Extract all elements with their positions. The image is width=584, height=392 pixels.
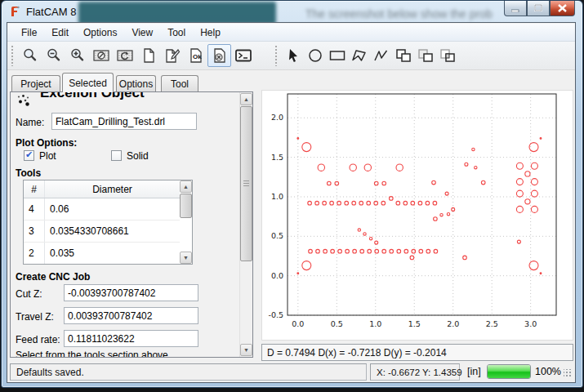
shape-subtract-button[interactable] <box>414 44 436 67</box>
drill-hole <box>350 164 356 171</box>
clear-plot-button[interactable] <box>89 44 113 67</box>
drill-hole <box>330 201 334 205</box>
tab-tool[interactable]: Tool <box>161 75 198 91</box>
plot-checkbox[interactable] <box>24 150 34 161</box>
travel-z-input[interactable] <box>64 307 198 324</box>
toolbar-grip-2[interactable] <box>274 45 278 66</box>
menu-bar: File Edit Options View Tool Help <box>7 24 575 42</box>
plot-panel[interactable]: 0.00.51.01.52.02.53.0-0.50.00.51.01.52.0 <box>261 90 573 341</box>
cnc-job-heading: Create CNC Job <box>16 271 90 283</box>
shape-intersect-button[interactable] <box>436 44 458 67</box>
drill-hole <box>316 249 320 253</box>
drill-hole <box>309 249 313 253</box>
menu-view[interactable]: View <box>124 24 160 41</box>
x-tick-label: 1.0 <box>369 319 381 328</box>
draw-polygon-button[interactable] <box>348 44 370 67</box>
drill-hole <box>517 240 520 243</box>
zoom-fit-button[interactable] <box>18 44 42 67</box>
panel-scroll-thumb[interactable] <box>240 106 252 261</box>
table-row[interactable]: 2 0.035 <box>24 243 180 265</box>
tab-project[interactable]: Project <box>11 75 60 91</box>
zoom-in-button[interactable] <box>65 44 89 67</box>
drill-hole <box>529 261 538 270</box>
distance-readout: D = 0.7494 D(x) = -0.7218 D(y) = -0.2014 <box>261 344 573 361</box>
y-tick-label: 1.5 <box>271 153 283 162</box>
drill-hole <box>463 256 467 260</box>
svg-text:Ok: Ok <box>193 53 202 60</box>
minimize-button[interactable] <box>504 1 527 16</box>
titlebar: FlatCAM 8 <box>8 5 76 18</box>
drill-hole <box>360 249 364 253</box>
close-button[interactable] <box>550 1 575 16</box>
menu-file[interactable]: File <box>14 24 44 41</box>
shell-button[interactable] <box>231 44 255 67</box>
drill-hole <box>531 206 537 212</box>
window-buttons <box>504 1 575 16</box>
drill-hole <box>411 201 415 205</box>
drill-hole <box>382 181 386 185</box>
draw-polyline-button[interactable] <box>370 44 392 67</box>
distance-readout-text: D = 0.7494 D(x) = -0.7218 D(y) = -0.2014 <box>267 347 447 359</box>
menu-help[interactable]: Help <box>193 24 228 41</box>
table-scroll-down[interactable]: ▼ <box>180 252 192 264</box>
tab-options[interactable]: Options <box>116 75 156 91</box>
tool-diameter: 0.0354330708661 <box>45 220 180 242</box>
new-file-icon <box>140 47 157 64</box>
drill-hole <box>323 249 328 253</box>
panel-scroll-up[interactable]: ▲ <box>240 93 252 105</box>
menu-options[interactable]: Options <box>76 24 124 41</box>
maximize-button[interactable] <box>527 1 550 16</box>
zoom-out-button[interactable] <box>42 44 65 67</box>
solid-checkbox-label: Solid <box>127 150 149 162</box>
panel-scrollbar[interactable]: ▲ ▼ <box>239 92 252 357</box>
solid-checkbox[interactable] <box>111 150 122 161</box>
name-label: Name: <box>16 117 44 128</box>
drill-hole <box>426 201 430 205</box>
shape-union-button[interactable] <box>392 44 414 67</box>
polygon-shape-icon <box>350 47 368 64</box>
intersect-shapes-icon <box>439 47 457 64</box>
menu-edit[interactable]: Edit <box>44 24 76 41</box>
table-row[interactable]: 3 0.0354330708661 <box>24 220 180 243</box>
draw-rectangle-button[interactable] <box>326 44 348 67</box>
select-pointer-button[interactable] <box>282 44 304 67</box>
x-tick-label: 0.5 <box>331 319 343 328</box>
drill-hole <box>369 238 372 240</box>
column-header-diameter[interactable]: Diameter <box>45 180 180 198</box>
drill-hole <box>359 201 363 205</box>
open-project-button[interactable] <box>160 44 184 67</box>
table-row[interactable]: 4 0.06 <box>24 198 180 220</box>
name-input[interactable] <box>51 113 197 130</box>
table-scroll-thumb[interactable] <box>180 194 192 218</box>
replot-button[interactable] <box>113 44 136 67</box>
travel-z-label: Travel Z: <box>16 311 54 323</box>
new-project-button[interactable] <box>136 44 160 67</box>
feed-rate-input[interactable] <box>64 330 198 347</box>
resize-grip[interactable] <box>564 369 572 377</box>
y-tick-label: 0.0 <box>271 271 283 280</box>
table-scroll-up[interactable]: ▲ <box>180 180 192 193</box>
zoom-in-icon <box>69 47 86 64</box>
drill-hole <box>328 181 332 185</box>
progress-percent: 100% <box>535 366 561 377</box>
drill-hole <box>531 163 537 169</box>
tools-table[interactable]: # Diameter 4 0.06 3 0.0354330708661 2 0.… <box>23 180 193 265</box>
tab-selected[interactable]: Selected <box>62 73 114 92</box>
drill-hole <box>418 201 422 205</box>
progress-bar <box>487 364 531 379</box>
draw-circle-button[interactable] <box>304 44 326 67</box>
run-script-button[interactable]: Ok <box>184 44 207 67</box>
y-tick-label: 1.0 <box>271 192 283 201</box>
menu-tool[interactable]: Tool <box>160 24 193 41</box>
cut-z-input[interactable] <box>64 284 198 301</box>
plot-canvas[interactable]: 0.00.51.01.52.02.53.0-0.50.00.51.01.52.0 <box>262 91 573 340</box>
drill-hole <box>308 201 312 205</box>
panel-scroll-down[interactable]: ▼ <box>240 344 252 356</box>
drill-hole <box>345 249 350 253</box>
toolbar-grip[interactable] <box>11 45 14 66</box>
plot-checkbox-label: Plot <box>39 150 56 162</box>
column-header-number[interactable]: # <box>24 180 45 198</box>
tool-number: 2 <box>24 243 45 264</box>
delete-object-button[interactable] <box>207 44 231 67</box>
drill-hole <box>525 172 530 176</box>
